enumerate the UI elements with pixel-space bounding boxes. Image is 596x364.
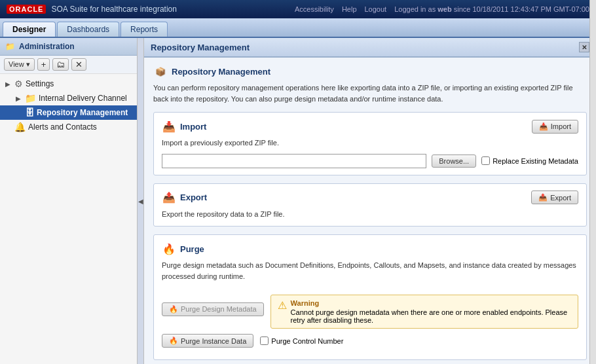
folder-icon-idc: 📁 — [25, 93, 36, 103]
tab-designer[interactable]: Designer — [3, 22, 56, 37]
import-title: Import — [180, 122, 206, 132]
purge-instance-button[interactable]: 🔥 Purge Instance Data — [162, 334, 253, 348]
export-btn-label: Export — [550, 194, 571, 202]
purge-control-checkbox[interactable] — [260, 337, 269, 345]
tab-reports[interactable]: Reports — [121, 22, 168, 37]
purge-instance-label: Purge Instance Data — [181, 337, 246, 345]
replace-metadata-label: Replace Existing Metadata — [493, 157, 578, 165]
delete-btn[interactable]: ✕ — [71, 58, 86, 71]
scrollbar[interactable] — [589, 0, 596, 364]
purge-instance-icon: 🔥 — [169, 337, 178, 345]
import-row: Browse... Replace Existing Metadata — [162, 154, 578, 168]
sidebar-toolbar: View ▾ + 🗂 ✕ — [0, 56, 137, 74]
header-left: ORACLE SOA Suite for healthcare integrat… — [7, 5, 177, 14]
settings-label: Settings — [26, 79, 54, 88]
folder-btn[interactable]: 🗂 — [52, 58, 69, 71]
export-section: 📤 Export 📤 Export Export the repository … — [153, 183, 587, 227]
header-title: SOA Suite for healthcare integration — [51, 5, 176, 14]
warning-title: Warning — [291, 299, 571, 307]
import-file-input[interactable] — [162, 154, 426, 168]
tab-bar: Designer Dashboards Reports — [0, 18, 596, 38]
import-btn-icon: 📥 — [539, 122, 548, 131]
tab-dashboards[interactable]: Dashboards — [57, 22, 119, 37]
purge-design-icon: 🔥 — [169, 305, 178, 314]
internal-delivery-label: Internal Delivery Channel — [39, 94, 127, 103]
add-btn[interactable]: + — [37, 58, 50, 71]
import-btn-label: Import — [551, 122, 571, 130]
expand-icon-idc: ▶ — [16, 95, 22, 102]
purge-control-row: Purge Control Number — [260, 337, 343, 345]
replace-metadata-row: Replace Existing Metadata — [481, 156, 578, 165]
warning-icon: ⚠ — [278, 299, 287, 312]
export-desc: Export the repository data to a ZIP file… — [162, 209, 578, 220]
export-action-header: 📤 Export 📤 Export — [162, 191, 578, 205]
import-button[interactable]: 📥 Import — [532, 120, 578, 134]
purge-header: 🔥 Purge — [162, 242, 578, 256]
repository-label: Repository Management — [37, 108, 128, 117]
export-button[interactable]: 📤 Export — [531, 191, 578, 204]
sidebar-item-settings[interactable]: ▶ ⚙ Settings — [0, 77, 137, 91]
sidebar-item-alerts[interactable]: 🔔 Alerts and Contacts — [0, 120, 137, 134]
repo-section-title: Repository Management — [172, 67, 270, 77]
main-layout: 📁 Administration View ▾ + 🗂 ✕ ▶ ⚙ Settin… — [0, 38, 596, 364]
logout-link[interactable]: Logout — [365, 5, 387, 13]
import-desc: Import a previously exported ZIP file. — [162, 137, 578, 149]
purge-control-label: Purge Control Number — [271, 337, 343, 345]
content-body: 📦 Repository Management You can perform … — [144, 58, 596, 364]
repo-section-header: 📦 Repository Management — [153, 64, 587, 79]
warning-text: Cannot purge design metadata when there … — [291, 308, 571, 324]
purge-design-button[interactable]: 🔥 Purge Design Metadata — [162, 302, 264, 316]
oracle-logo: ORACLE — [7, 5, 46, 14]
sidebar-item-internal-delivery[interactable]: ▶ 📁 Internal Delivery Channel — [0, 91, 137, 105]
export-title: Export — [180, 192, 207, 202]
export-icon: 📤 — [162, 191, 176, 205]
collapse-handle[interactable]: ◀ — [138, 38, 144, 364]
alert-icon: 🔔 — [14, 122, 26, 132]
repo-section-icon: 📦 — [153, 64, 168, 79]
content-title: Repository Management — [151, 43, 250, 52]
sidebar: 📁 Administration View ▾ + 🗂 ✕ ▶ ⚙ Settin… — [0, 38, 138, 364]
header-right: Accessibility Help Logout Logged in as w… — [295, 5, 589, 13]
purge-design-row: 🔥 Purge Design Metadata ⚠ Warning Cannot… — [162, 289, 578, 329]
purge-section: 🔥 Purge Purge design metadata such as Do… — [153, 234, 587, 360]
warning-box: ⚠ Warning Cannot purge design metadata w… — [270, 295, 578, 329]
import-section: 📥 Import 📥 Import Import a previously ex… — [153, 112, 587, 175]
alerts-label: Alerts and Contacts — [28, 122, 97, 132]
app-header: ORACLE SOA Suite for healthcare integrat… — [0, 0, 596, 18]
import-action-header: 📥 Import 📥 Import — [162, 119, 578, 134]
replace-metadata-checkbox[interactable] — [481, 156, 490, 165]
sidebar-tree: ▶ ⚙ Settings ▶ 📁 Internal Delivery Chann… — [0, 74, 137, 364]
sidebar-header: 📁 Administration — [0, 38, 137, 56]
settings-icon: ⚙ — [14, 79, 23, 89]
warning-content: Warning Cannot purge design metadata whe… — [291, 299, 571, 324]
purge-instance-row: 🔥 Purge Instance Data Purge Control Numb… — [162, 334, 578, 348]
purge-icon: 🔥 — [162, 242, 176, 256]
admin-folder-icon: 📁 — [5, 42, 15, 51]
repo-icon: 🗄 — [25, 107, 34, 118]
view-dropdown-btn[interactable]: View ▾ — [4, 58, 35, 71]
sidebar-item-repository[interactable]: 🗄 Repository Management — [0, 105, 137, 120]
purge-desc: Purge design metadata such as Document D… — [162, 260, 578, 282]
accessibility-link[interactable]: Accessibility — [295, 5, 334, 13]
import-icon: 📥 — [162, 119, 176, 134]
import-header: 📥 Import — [162, 119, 206, 134]
export-btn-icon: 📤 — [538, 193, 548, 202]
sidebar-title: Administration — [19, 42, 75, 51]
help-link[interactable]: Help — [342, 5, 357, 13]
expand-icon: ▶ — [5, 81, 12, 88]
purge-design-label: Purge Design Metadata — [181, 305, 257, 313]
close-button[interactable]: ✕ — [579, 42, 589, 52]
logged-in-text: Logged in as web since 10/18/2011 12:43:… — [394, 5, 589, 13]
export-header: 📤 Export — [162, 191, 207, 205]
browse-button[interactable]: Browse... — [432, 155, 476, 168]
content-header: Repository Management ✕ — [144, 38, 596, 58]
browse-label: Browse... — [439, 157, 469, 165]
repo-description: You can perform repository management op… — [153, 82, 587, 104]
purge-title: Purge — [180, 244, 204, 254]
content-area: Repository Management ✕ 📦 Repository Man… — [144, 38, 596, 364]
